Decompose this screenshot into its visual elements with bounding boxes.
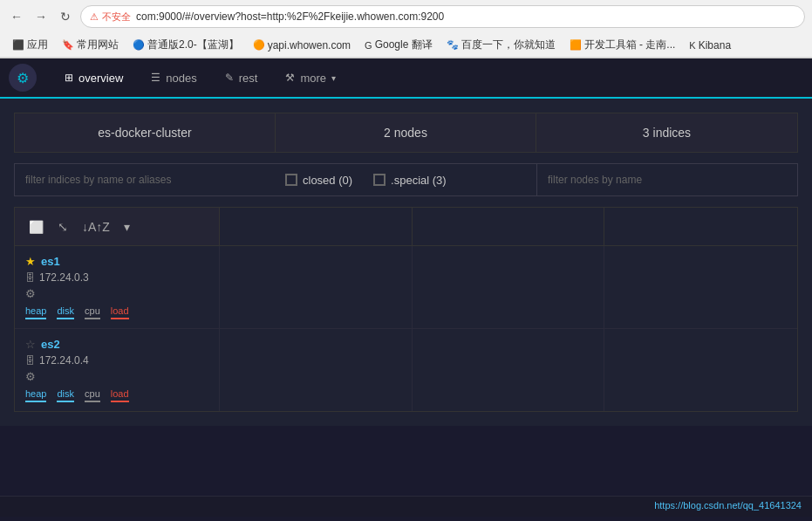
- node1-col2: [220, 246, 413, 328]
- node2-load-metric: load: [111, 388, 129, 402]
- table-row: ☆ es2 🗄 172.24.0.4 ⚙ heap disk cpu lo: [15, 329, 797, 411]
- bottom-area: [0, 426, 812, 496]
- nodes-icon: ☰: [151, 72, 160, 84]
- nav-rest[interactable]: ✎ rest: [211, 58, 272, 99]
- special-filter[interactable]: .special (3): [373, 174, 447, 187]
- node2-ip: 172.24.0.4: [39, 354, 89, 367]
- node2-name-row: ☆ es2: [25, 338, 208, 351]
- bookmark-common[interactable]: 🔖 常用网站: [57, 36, 124, 54]
- devtools-label: 开发工具箱 - 走南...: [584, 38, 676, 52]
- bookmark-yapi[interactable]: 🟠 yapi.whowen.com: [248, 38, 356, 53]
- bookmark-icon-common: 🔖: [62, 39, 74, 51]
- forward-button[interactable]: →: [31, 7, 51, 26]
- bookmark-google[interactable]: G Google 翻译: [359, 36, 438, 54]
- sort-az-button[interactable]: ↓A↑Z: [78, 218, 113, 236]
- status-bar: https://blog.csdn.net/qq_41641324: [0, 496, 812, 517]
- bookmark-lanhu[interactable]: 🔵 普通版2.0-【蓝湖】: [127, 36, 244, 54]
- expand-icon: ⤡: [58, 220, 68, 234]
- filter-nodes-input[interactable]: [536, 163, 798, 196]
- back-button[interactable]: ←: [7, 7, 26, 26]
- baidu-label: 百度一下，你就知道: [461, 38, 556, 52]
- node2-star-icon[interactable]: ☆: [25, 338, 36, 351]
- overview-icon: ⊞: [65, 72, 73, 84]
- node1-col4: [604, 246, 797, 328]
- expand-all-button[interactable]: ⤡: [54, 218, 72, 236]
- node1-name-row: ★ es1: [25, 255, 208, 268]
- node1-heap-metric: heap: [25, 305, 46, 319]
- nodes-count-box: 2 nodes: [276, 113, 536, 152]
- node2-ip-row: 🗄 172.24.0.4: [25, 354, 208, 367]
- nodes-count: 2 nodes: [384, 126, 427, 140]
- filter-row: closed (0) .special (3): [14, 163, 798, 196]
- nav-nodes-label: nodes: [166, 72, 196, 85]
- google-label: Google 翻译: [375, 38, 433, 52]
- node2-metrics: heap disk cpu load: [25, 388, 208, 402]
- stats-row: es-docker-cluster 2 nodes 3 indices: [14, 113, 798, 153]
- address-bar[interactable]: ⚠ 不安全 com:9000/#/overview?host=http:%2F%…: [80, 5, 805, 28]
- insecure-label: 不安全: [102, 10, 131, 24]
- node1-load-metric: load: [111, 305, 129, 319]
- rest-icon: ✎: [225, 72, 234, 84]
- node1-col3: [413, 246, 605, 328]
- node2-gear-icon: ⚙: [25, 370, 36, 383]
- collapse-all-button[interactable]: ⬜: [25, 218, 47, 236]
- app-container: ⚙ ⊞ overview ☰ nodes ✎ rest ⚒ more ▾: [0, 58, 812, 517]
- node2-col4: [604, 329, 797, 411]
- node1-cpu-metric: cpu: [85, 305, 100, 319]
- apps-icon: ⬛: [12, 39, 24, 51]
- bookmark-baidu[interactable]: 🐾 百度一下，你就知道: [441, 36, 561, 54]
- devtools-icon: 🟧: [570, 39, 582, 51]
- main-nav: ⊞ overview ☰ nodes ✎ rest ⚒ more ▾: [51, 58, 350, 97]
- more-icon: ⚒: [285, 72, 295, 84]
- closed-checkbox[interactable]: [285, 174, 297, 186]
- bookmarks-bar: ⬛ 应用 🔖 常用网站 🔵 普通版2.0-【蓝湖】 🟠 yapi.whowen.…: [0, 33, 812, 58]
- special-checkbox[interactable]: [373, 174, 386, 186]
- nav-overview-label: overview: [78, 72, 123, 85]
- closed-label: closed (0): [303, 174, 352, 187]
- node2-heap-metric: heap: [25, 388, 46, 402]
- yapi-icon: 🟠: [253, 39, 265, 51]
- nav-more[interactable]: ⚒ more ▾: [271, 58, 350, 99]
- col3-header: [413, 208, 605, 245]
- lanhu-label: 普通版2.0-【蓝湖】: [147, 38, 239, 52]
- filter-indices-input[interactable]: [14, 163, 271, 196]
- node1-ip: 172.24.0.3: [39, 271, 89, 284]
- node1-gear: ⚙: [25, 287, 208, 300]
- node1-star-icon[interactable]: ★: [25, 255, 36, 268]
- bookmark-devtools[interactable]: 🟧 开发工具箱 - 走南...: [564, 36, 681, 54]
- refresh-button[interactable]: ↻: [56, 7, 75, 26]
- warning-icon: ⚠: [90, 11, 99, 23]
- cluster-name: es-docker-cluster: [98, 126, 191, 140]
- common-label: 常用网站: [77, 38, 119, 52]
- bookmark-apps[interactable]: ⬛ 应用: [7, 36, 53, 54]
- baidu-icon: 🐾: [447, 39, 459, 51]
- browser-chrome: ← → ↻ ⚠ 不安全 com:9000/#/overview?host=htt…: [0, 0, 812, 58]
- nav-rest-label: rest: [239, 72, 258, 85]
- node2-cpu-metric: cpu: [85, 388, 100, 402]
- collapse-icon: ⬜: [29, 220, 44, 234]
- node2-col2: [220, 329, 413, 411]
- bookmark-kibana[interactable]: K Kibana: [684, 38, 736, 53]
- table-area: ⬜ ⤡ ↓A↑Z ▾: [14, 207, 798, 412]
- apps-label: 应用: [27, 38, 48, 52]
- nav-nodes[interactable]: ☰ nodes: [137, 58, 210, 99]
- indices-count-box: 3 indices: [536, 113, 797, 152]
- app-header: ⚙ ⊞ overview ☰ nodes ✎ rest ⚒ more ▾: [0, 58, 812, 99]
- node1-name: es1: [41, 255, 60, 268]
- node2-db-icon: 🗄: [25, 355, 35, 366]
- more-dropdown-icon: ▾: [331, 73, 336, 83]
- tool-icons: ⬜ ⤡ ↓A↑Z ▾: [25, 218, 133, 236]
- address-text: com:9000/#/overview?host=http:%2F%2Fkeij…: [136, 10, 795, 23]
- node1-metrics: heap disk cpu load: [25, 305, 208, 319]
- nav-more-label: more: [300, 72, 326, 85]
- node1-disk-metric: disk: [57, 305, 74, 319]
- table-header: ⬜ ⤡ ↓A↑Z ▾: [15, 208, 797, 246]
- nodes-header-cell: ⬜ ⤡ ↓A↑Z ▾: [15, 208, 220, 245]
- node1-info-cell: ★ es1 🗄 172.24.0.3 ⚙ heap disk cpu lo: [15, 246, 220, 328]
- lanhu-icon: 🔵: [133, 39, 145, 51]
- nav-overview[interactable]: ⊞ overview: [51, 58, 137, 99]
- dropdown-button[interactable]: ▾: [120, 218, 133, 236]
- sort-az-icon: ↓A↑Z: [82, 220, 110, 234]
- kibana-icon: K: [689, 40, 695, 51]
- closed-filter[interactable]: closed (0): [285, 174, 352, 187]
